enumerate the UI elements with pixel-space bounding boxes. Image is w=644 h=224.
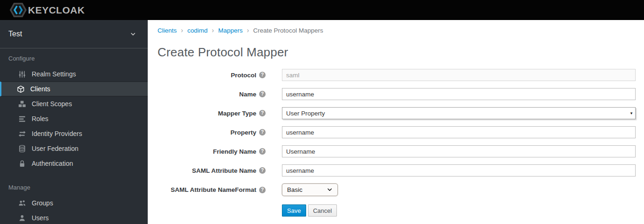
selected-value: Basic bbox=[287, 186, 302, 193]
realm-selector[interactable]: Test bbox=[0, 20, 148, 48]
breadcrumb-create-protocol-mappers: Create Protocol Mappers bbox=[253, 27, 323, 34]
brand-text: KEYCLOAK bbox=[28, 5, 85, 16]
name-input[interactable] bbox=[282, 88, 636, 100]
cubes-icon bbox=[18, 100, 26, 108]
sidebar: Test Configure Realm Settings Clients Cl… bbox=[0, 20, 148, 224]
saml-attribute-name-input[interactable] bbox=[282, 164, 636, 176]
database-icon bbox=[18, 145, 26, 153]
exchange-icon bbox=[18, 130, 26, 138]
help-icon[interactable]: ? bbox=[259, 187, 266, 193]
app-header: KEYCLOAK bbox=[0, 0, 644, 20]
group-icon bbox=[18, 199, 26, 207]
mapper-type-select[interactable]: User Property▼ bbox=[282, 107, 636, 119]
sidebar-item-roles[interactable]: Roles bbox=[0, 111, 148, 126]
page-title: Create Protocol Mapper bbox=[158, 45, 644, 60]
breadcrumb-clients[interactable]: Clients bbox=[158, 27, 177, 34]
nav-section-label: Manage bbox=[0, 177, 148, 196]
field-row-mapper-type: Mapper Type ? User Property▼ bbox=[158, 107, 644, 119]
user-icon bbox=[18, 214, 26, 222]
field-row-saml-attribute-nameformat: SAML Attribute NameFormat ? Basic bbox=[158, 183, 644, 196]
field-row-friendly-name: Friendly Name ? bbox=[158, 145, 644, 157]
nav-section-label: Configure bbox=[0, 48, 148, 67]
sidebar-item-clients[interactable]: Clients bbox=[0, 81, 148, 96]
sidebar-item-realm-settings[interactable]: Realm Settings bbox=[0, 67, 148, 81]
selected-value: User Property bbox=[286, 110, 325, 117]
sidebar-item-users[interactable]: Users bbox=[0, 210, 148, 224]
list-icon bbox=[18, 115, 26, 123]
form-rows: Protocol ? Name ? Mapper Type ? User Pro… bbox=[158, 69, 644, 196]
field-row-protocol: Protocol ? bbox=[158, 69, 644, 81]
help-icon[interactable]: ? bbox=[259, 167, 266, 174]
form-buttons: Save Cancel bbox=[282, 204, 644, 217]
chevron-down-icon bbox=[327, 187, 333, 193]
field-row-saml-attribute-name: SAML Attribute Name ? bbox=[158, 164, 644, 176]
field-label: Property bbox=[230, 129, 256, 136]
cube-icon bbox=[17, 85, 25, 93]
field-label: Protocol bbox=[231, 72, 256, 79]
help-icon[interactable]: ? bbox=[259, 148, 266, 155]
breadcrumb-separator: › bbox=[247, 27, 249, 34]
keycloak-logo[interactable]: KEYCLOAK bbox=[9, 2, 85, 18]
help-icon[interactable]: ? bbox=[259, 110, 266, 116]
lock-icon bbox=[18, 160, 26, 168]
field-label: Name bbox=[239, 91, 256, 98]
field-row-name: Name ? bbox=[158, 88, 644, 100]
sidebar-item-groups[interactable]: Groups bbox=[0, 196, 148, 210]
saml-attribute-nameformat-select[interactable]: Basic bbox=[282, 183, 338, 196]
sidebar-item-client-scopes[interactable]: Client Scopes bbox=[0, 96, 148, 111]
cancel-button[interactable]: Cancel bbox=[308, 204, 337, 217]
realm-name: Test bbox=[8, 30, 22, 38]
keycloak-hexagon-icon bbox=[9, 2, 27, 18]
property-input[interactable] bbox=[282, 126, 636, 138]
chevron-down-icon bbox=[130, 31, 136, 37]
friendly-name-input[interactable] bbox=[282, 145, 636, 157]
help-icon[interactable]: ? bbox=[259, 129, 266, 136]
field-label: Friendly Name bbox=[213, 148, 256, 155]
nav-section: Manage Groups Users bbox=[0, 177, 148, 224]
nav-section: Configure Realm Settings Clients Client … bbox=[0, 48, 148, 171]
sliders-icon bbox=[18, 70, 26, 78]
sidebar-item-identity-providers[interactable]: Identity Providers bbox=[0, 126, 148, 141]
breadcrumb-separator: › bbox=[181, 27, 183, 34]
main-content: Clients›codimd›Mappers›Create Protocol M… bbox=[148, 20, 644, 224]
field-label: SAML Attribute Name bbox=[192, 167, 256, 174]
field-row-property: Property ? bbox=[158, 126, 644, 138]
breadcrumb-codimd[interactable]: codimd bbox=[187, 27, 208, 34]
sidebar-nav: Configure Realm Settings Clients Client … bbox=[0, 48, 148, 224]
caret-down-icon: ▼ bbox=[630, 111, 633, 115]
field-label: SAML Attribute NameFormat bbox=[171, 186, 256, 193]
create-protocol-mapper-form: Protocol ? Name ? Mapper Type ? User Pro… bbox=[158, 69, 644, 217]
breadcrumb: Clients›codimd›Mappers›Create Protocol M… bbox=[158, 27, 644, 34]
breadcrumb-separator: › bbox=[212, 27, 214, 34]
sidebar-item-authentication[interactable]: Authentication bbox=[0, 156, 148, 171]
breadcrumb-mappers[interactable]: Mappers bbox=[218, 27, 243, 34]
protocol-input bbox=[282, 69, 636, 81]
help-icon[interactable]: ? bbox=[259, 72, 266, 78]
field-label: Mapper Type bbox=[218, 110, 256, 117]
help-icon[interactable]: ? bbox=[259, 91, 266, 97]
sidebar-item-user-federation[interactable]: User Federation bbox=[0, 141, 148, 156]
save-button[interactable]: Save bbox=[282, 204, 306, 217]
